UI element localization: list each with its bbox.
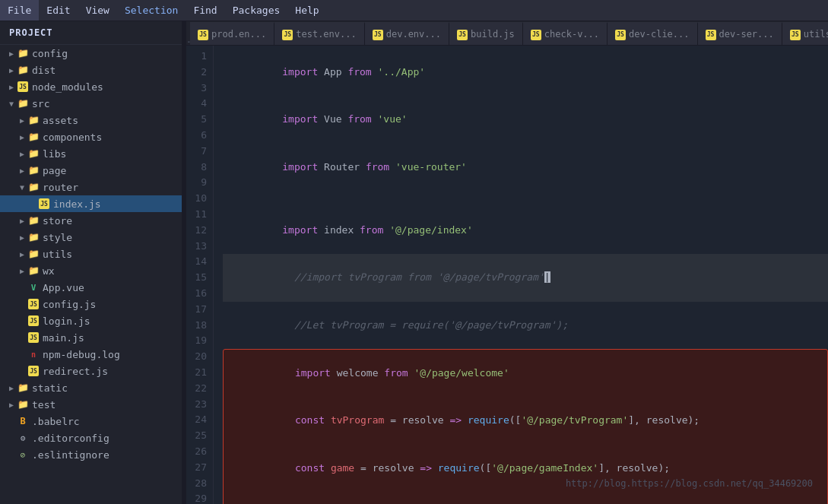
sidebar-item-redirect-js[interactable]: JS redirect.js: [0, 363, 182, 379]
tab-bar: … JS prod.en... JS test.env... JS dev.en…: [186, 21, 828, 46]
menu-find[interactable]: Find: [186, 0, 224, 21]
sidebar-item-router[interactable]: ▼ 📁 router: [0, 179, 182, 195]
sidebar-item-babelrc[interactable]: B .babelrc: [0, 413, 182, 430]
sidebar-item-utils[interactable]: ▶ 📁 utils: [0, 246, 182, 262]
tab-utils[interactable]: JS utils.js: [782, 22, 828, 45]
sidebar-item-login-js[interactable]: JS login.js: [0, 312, 182, 329]
menu-edit[interactable]: Edit: [39, 0, 78, 21]
menu-packages[interactable]: Packages: [225, 0, 288, 21]
tab-dev-server[interactable]: JS dev-ser...: [698, 22, 782, 45]
sidebar-item-app-vue[interactable]: V App.vue: [0, 279, 182, 296]
tab-check-v[interactable]: JS check-v...: [523, 22, 608, 45]
chevron-right-icon: ▶: [6, 48, 17, 59]
spacer: [17, 366, 27, 376]
code-area: 12345 678910 1112131415 1617181920 21222…: [186, 46, 828, 504]
chevron-right-icon: ▶: [17, 249, 27, 259]
sidebar-item-main-js[interactable]: JS main.js: [0, 329, 182, 346]
js-icon: JS: [27, 331, 40, 344]
sidebar-item-label: .babelrc: [32, 416, 80, 427]
js-tab-icon: JS: [790, 28, 801, 40]
code-line-3: import Router from 'vue-router': [223, 144, 828, 191]
js-icon: JS: [27, 365, 40, 377]
folder-icon: 📁: [27, 265, 40, 277]
sidebar-item-label: page: [43, 165, 66, 176]
tab-label: check-v...: [544, 29, 599, 40]
spacer: [17, 282, 27, 293]
sidebar-item-label: .eslintignore: [32, 449, 109, 461]
chevron-right-icon: ▶: [17, 215, 27, 226]
folder-icon: 📁: [27, 131, 40, 143]
sidebar-item-npm-debug[interactable]: n npm-debug.log: [0, 346, 182, 363]
chevron-right-icon: ▶: [6, 81, 17, 92]
js-tab-icon: JS: [198, 28, 208, 40]
menu-file[interactable]: File: [0, 0, 39, 21]
tab-label: dev-clie...: [629, 29, 689, 40]
sidebar-item-label: components: [43, 132, 102, 143]
tab-label: utils.js: [804, 29, 828, 40]
folder-icon: 📁: [27, 181, 40, 193]
babel-icon: B: [17, 415, 29, 427]
sidebar-item-label: .editorconfig: [32, 433, 109, 444]
spacer: [27, 198, 38, 209]
sidebar-item-node-modules[interactable]: ▶ JS node_modules: [0, 78, 182, 95]
folder-icon: 📁: [27, 231, 40, 243]
sidebar-item-config[interactable]: ▶ 📁 config: [0, 45, 182, 62]
sidebar-item-label: config: [32, 48, 68, 59]
sidebar-item-index-js[interactable]: JS index.js: [0, 195, 182, 212]
spacer: [6, 449, 17, 460]
chevron-down-icon: ▼: [6, 98, 17, 109]
sidebar-item-editorconfig[interactable]: ⚙ .editorconfig: [0, 430, 182, 446]
tab-label: dev-ser...: [719, 29, 774, 40]
code-editor[interactable]: import App from '../App' import Vue from…: [214, 46, 828, 504]
tab-prod-env[interactable]: JS prod.en...: [190, 22, 274, 45]
line-numbers: 12345 678910 1112131415 1617181920 21222…: [186, 46, 214, 504]
sidebar-item-label: wx: [43, 265, 55, 277]
sidebar-item-components[interactable]: ▶ 📁 components: [0, 128, 182, 145]
chevron-right-icon: ▶: [6, 399, 17, 410]
code-line-5: import index from '@/page/index': [223, 207, 828, 254]
sidebar-item-label: store: [43, 215, 72, 227]
spacer: [6, 416, 17, 426]
sidebar-item-assets[interactable]: ▶ 📁 assets: [0, 112, 182, 128]
tab-label: prod.en...: [211, 29, 266, 40]
sidebar-item-page[interactable]: ▶ 📁 page: [0, 162, 182, 179]
sidebar-item-libs[interactable]: ▶ 📁 libs: [0, 145, 182, 162]
sidebar-item-wx[interactable]: ▶ 📁 wx: [0, 262, 182, 279]
chevron-down-icon: ▼: [17, 182, 27, 192]
sidebar-item-label: redirect.js: [43, 366, 108, 377]
gear2-icon: ⊘: [17, 449, 29, 461]
tab-test-env[interactable]: JS test.env...: [274, 22, 364, 45]
tab-build[interactable]: JS build.js: [449, 22, 523, 45]
code-line-10: const game = resolve => require(['@/page…: [224, 445, 827, 492]
sidebar-item-label: node_modules: [32, 81, 103, 93]
sidebar-item-label: index.js: [53, 198, 101, 210]
sidebar-item-src[interactable]: ▼ 📁 src: [0, 95, 182, 112]
sidebar-item-config-js[interactable]: JS config.js: [0, 296, 182, 312]
chevron-right-icon: ▶: [17, 232, 27, 242]
menu-view[interactable]: View: [78, 0, 117, 21]
tab-dev-env[interactable]: JS dev.env...: [365, 22, 449, 45]
code-line-4: [223, 191, 828, 207]
folder-icon: 📁: [17, 398, 29, 410]
sidebar-item-style[interactable]: ▶ 📁 style: [0, 229, 182, 246]
tab-label: build.js: [471, 29, 515, 40]
sidebar-item-static[interactable]: ▶ 📁 static: [0, 379, 182, 396]
spacer: [6, 433, 17, 443]
sidebar-item-test[interactable]: ▶ 📁 test: [0, 396, 182, 413]
menu-selection[interactable]: Selection: [117, 0, 186, 21]
vue-icon: V: [27, 281, 40, 293]
sidebar-item-label: static: [32, 382, 68, 394]
js-icon: JS: [27, 298, 40, 310]
chevron-right-icon: ▶: [17, 132, 27, 142]
folder-icon: 📁: [17, 47, 29, 59]
code-line-8: import welcome from '@/page/welcome': [224, 350, 827, 397]
sidebar-item-store[interactable]: ▶ 📁 store: [0, 212, 182, 229]
spacer: [17, 349, 27, 360]
sidebar-item-dist[interactable]: ▶ 📁 dist: [0, 62, 182, 78]
menu-help[interactable]: Help: [287, 0, 326, 21]
chevron-right-icon: ▶: [17, 148, 27, 159]
chevron-right-icon: ▶: [17, 265, 27, 276]
sidebar-item-label: dist: [32, 65, 56, 76]
tab-dev-client[interactable]: JS dev-clie...: [608, 22, 697, 45]
sidebar-item-eslintignore[interactable]: ⊘ .eslintignore: [0, 446, 182, 463]
